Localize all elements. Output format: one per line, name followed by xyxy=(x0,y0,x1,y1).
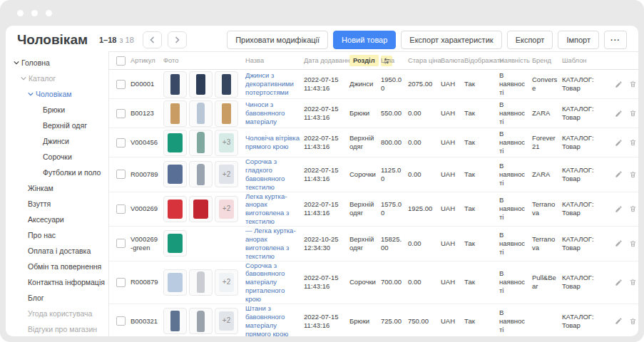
column-header-old-price[interactable]: Стара ціна xyxy=(408,57,441,64)
sidebar-item[interactable]: Контактна інформація xyxy=(6,274,108,290)
column-header-availability[interactable]: Наявність xyxy=(499,57,532,64)
edit-icon[interactable] xyxy=(615,317,623,325)
product-thumbnail[interactable] xyxy=(189,161,213,187)
column-header-photo[interactable]: Фото xyxy=(163,57,245,64)
sidebar-item[interactable]: Каталог xyxy=(6,71,108,86)
import-button[interactable]: Імпорт xyxy=(558,31,599,49)
product-name-link[interactable]: Сорочка з гладкого бавовняного текстилю xyxy=(245,157,285,191)
edit-icon[interactable] xyxy=(615,139,623,147)
product-thumbnail[interactable] xyxy=(163,230,187,256)
edit-icon[interactable] xyxy=(615,205,623,213)
product-thumbnail[interactable] xyxy=(189,100,213,127)
delete-icon[interactable] xyxy=(629,204,637,213)
product-thumbnail[interactable] xyxy=(163,161,187,187)
column-header-brand[interactable]: Бренд xyxy=(532,57,562,64)
product-thumbnail[interactable] xyxy=(189,71,213,98)
sidebar-item[interactable]: Блог xyxy=(6,290,108,306)
product-name-link[interactable]: Легка куртка-анорак виготовлена з тексти… xyxy=(245,192,289,226)
column-header-template[interactable]: Шаблон xyxy=(562,57,613,64)
export-button[interactable]: Експорт xyxy=(507,31,553,49)
row-checkbox[interactable] xyxy=(116,109,126,118)
window-dot-icon[interactable] xyxy=(46,10,52,16)
product-name-link[interactable]: Штани з бавовняного матеріалу прямого кр… xyxy=(245,304,288,336)
product-thumbnail[interactable] xyxy=(163,100,187,127)
sidebar-item[interactable]: Оплата і доставка xyxy=(6,243,108,259)
sidebar-item[interactable]: Жінкам xyxy=(6,180,108,196)
product-thumbnail[interactable] xyxy=(189,196,213,222)
column-header-section[interactable]: Розділ xyxy=(349,55,381,66)
product-thumbnail[interactable] xyxy=(163,130,187,156)
more-photos-badge[interactable]: +2 xyxy=(215,196,238,222)
column-header-price[interactable]: Ціна xyxy=(381,57,408,64)
delete-icon[interactable] xyxy=(629,278,637,286)
product-name-link[interactable]: — Легка куртка-анорак виготовлена з текс… xyxy=(245,227,296,260)
more-photos-badge[interactable]: +2 xyxy=(215,308,238,334)
product-thumbnail[interactable] xyxy=(189,269,213,296)
product-thumbnail[interactable] xyxy=(189,130,213,156)
column-header-name[interactable]: Назва xyxy=(245,57,304,64)
more-photos-badge[interactable]: +2 xyxy=(215,269,238,296)
row-checkbox[interactable] xyxy=(116,138,126,147)
sidebar-item[interactable]: Верхній одяг xyxy=(6,118,108,133)
section-header-label[interactable]: Розділ xyxy=(349,55,379,66)
more-actions-button[interactable]: ··· xyxy=(604,31,627,49)
column-header-currency[interactable]: Валюта xyxy=(441,57,464,64)
product-thumbnail[interactable] xyxy=(189,308,213,334)
product-name-link[interactable]: Сорочка з бавовняного матеріалу притален… xyxy=(245,261,285,304)
hide-modifications-button[interactable]: Приховати модифікації xyxy=(227,31,328,49)
product-name-link[interactable]: Чоловіча вітрівка прямого крою xyxy=(245,134,300,150)
more-photos-badge[interactable]: +2 xyxy=(215,161,238,187)
garment-shape-icon xyxy=(193,200,208,219)
product-thumbnail[interactable] xyxy=(163,269,187,296)
row-checkbox[interactable] xyxy=(116,239,126,248)
sidebar-item[interactable]: Чоловікам xyxy=(6,86,108,102)
sidebar-item[interactable]: Відгуки про магазин xyxy=(6,321,108,336)
edit-icon[interactable] xyxy=(615,279,623,286)
edit-icon[interactable] xyxy=(615,81,623,88)
sidebar-item[interactable]: Сорочки xyxy=(6,149,108,165)
sidebar-item[interactable]: Обмін та повернення xyxy=(6,259,108,274)
window-dot-icon[interactable] xyxy=(31,10,38,16)
column-header-sku[interactable]: Артикул xyxy=(131,57,163,64)
row-checkbox[interactable] xyxy=(116,80,126,89)
delete-icon[interactable] xyxy=(629,80,637,88)
product-name-link[interactable]: Джинси з декоративними потертостями xyxy=(245,71,294,96)
delete-icon[interactable] xyxy=(629,109,637,118)
sidebar-item[interactable]: Взуття xyxy=(6,196,108,212)
column-header-date[interactable]: Дата додавання xyxy=(304,57,349,64)
delete-icon[interactable] xyxy=(629,138,637,147)
delete-icon[interactable] xyxy=(629,317,637,326)
edit-icon[interactable] xyxy=(615,170,623,178)
product-name-link[interactable]: Чиноси з бавовняного матеріалу xyxy=(245,100,285,125)
export-characteristics-button[interactable]: Експорт характеристик xyxy=(401,31,501,49)
sidebar-item[interactable]: Джинси xyxy=(6,133,108,149)
row-checkbox[interactable] xyxy=(116,316,126,326)
product-thumbnail[interactable] xyxy=(215,71,238,98)
edit-icon[interactable] xyxy=(615,239,623,247)
product-thumbnail[interactable] xyxy=(163,196,187,222)
product-thumbnail[interactable] xyxy=(163,71,187,98)
price-cell: 1575.00 xyxy=(381,200,408,217)
delete-icon[interactable] xyxy=(629,239,637,248)
more-photos-badge[interactable]: +3 xyxy=(215,130,238,156)
sidebar-item[interactable]: Головна xyxy=(6,55,108,71)
product-thumbnail[interactable] xyxy=(215,100,238,127)
sidebar-item[interactable]: Про нас xyxy=(6,227,108,243)
select-all-checkbox[interactable] xyxy=(116,56,126,66)
sidebar-item[interactable]: Брюки xyxy=(6,102,108,118)
sidebar-item[interactable]: Аксесуари xyxy=(6,212,108,227)
next-page-button[interactable] xyxy=(168,31,187,48)
prev-page-button[interactable] xyxy=(143,31,162,48)
row-checkbox[interactable] xyxy=(116,170,126,179)
row-checkbox[interactable] xyxy=(116,204,126,214)
delete-icon[interactable] xyxy=(629,170,637,179)
product-thumbnail[interactable] xyxy=(163,308,187,334)
sidebar-item[interactable]: Футболки и поло xyxy=(6,165,108,180)
sidebar-item[interactable]: Угода користувача xyxy=(6,306,108,321)
edit-icon[interactable] xyxy=(615,110,623,118)
new-product-button[interactable]: Новий товар xyxy=(333,31,396,49)
column-header-display[interactable]: Відображати xyxy=(464,57,499,64)
brand-cell: ZARA xyxy=(532,109,562,118)
window-dot-icon[interactable] xyxy=(17,10,24,16)
row-checkbox[interactable] xyxy=(116,278,126,287)
